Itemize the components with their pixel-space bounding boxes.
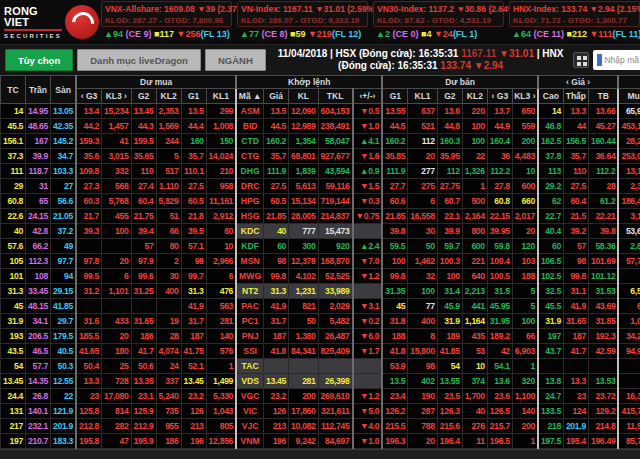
- cell-san: 34.7: [51, 149, 77, 164]
- table-row[interactable]: 105112.397.797.82097.92982,966MSN9812,37…: [1, 254, 640, 269]
- table-row[interactable]: 60.86556.660.35,76860.45,82960.511,161HP…: [1, 194, 640, 209]
- cell-chg: ▲0.9: [353, 164, 383, 179]
- cell-tb: 192.3: [588, 329, 618, 344]
- tab-ngành[interactable]: NGÀNH: [205, 49, 266, 71]
- cell-bg1: 23.2: [181, 389, 206, 404]
- cell-sg1: 23.4: [382, 389, 408, 404]
- table-row[interactable]: 13.4514.3512.5513.372813.3533713.451,499…: [1, 374, 640, 389]
- table-row[interactable]: 111118.7103.3109.8332110517110.1210DHG11…: [1, 164, 640, 179]
- col-header-skl2[interactable]: KL2: [462, 89, 487, 104]
- cell-nn-mua: 85,728: [618, 434, 640, 449]
- table-row[interactable]: 43.546.540.541.6518041.74,07441.75576SSI…: [1, 344, 640, 359]
- ticker-symbol-cell[interactable]: HSG: [236, 209, 263, 224]
- group-header[interactable]: ‹ Giá ›: [538, 76, 619, 89]
- ticker-symbol-cell[interactable]: PNJ: [236, 329, 263, 344]
- col-header-skl1[interactable]: KL1: [408, 89, 438, 104]
- ticker-symbol-cell[interactable]: VGC: [236, 389, 263, 404]
- symbol-search-box: +: [593, 50, 640, 70]
- ticker-symbol-cell[interactable]: MSN: [236, 254, 263, 269]
- ticker-symbol-cell[interactable]: DHG: [236, 164, 263, 179]
- table-row[interactable]: 4548.1541.8541.9563PAC41.98212,029▼3.145…: [1, 299, 640, 314]
- ticker-symbol-cell[interactable]: VDS: [236, 374, 263, 389]
- col-header-tb[interactable]: TB: [588, 89, 618, 104]
- table-row[interactable]: 22.624.1521.0521.745521.755121.82,912HSG…: [1, 209, 640, 224]
- table-row[interactable]: 131140.1121.9125.8814125.97351261,043VIC…: [1, 404, 640, 419]
- group-header[interactable]: Khớp lệnh: [236, 76, 382, 89]
- col-header-skl3[interactable]: KL3 ›: [512, 89, 538, 104]
- col-header-bg2[interactable]: G2: [131, 89, 156, 104]
- hnx-label: | HNX: [537, 48, 564, 59]
- col-header-nn-mua[interactable]: Mua: [618, 89, 640, 104]
- col-header-sg2[interactable]: G2: [437, 89, 462, 104]
- search-input[interactable]: [604, 55, 640, 65]
- ticker-symbol-cell[interactable]: VJC: [236, 419, 263, 434]
- ticker-symbol-cell[interactable]: KDF: [236, 239, 263, 254]
- cell-bkl3: 728: [102, 374, 132, 389]
- cell-chg: [353, 224, 383, 239]
- table-row[interactable]: 24.426.8222317,08023.15,24023.25,330VGC2…: [1, 389, 640, 404]
- col-header-bkl3[interactable]: KL3 ›: [102, 89, 132, 104]
- ticker-symbol-cell[interactable]: VNM: [236, 434, 263, 449]
- col-header-bg1[interactable]: G1: [181, 89, 206, 104]
- col-header-bg3[interactable]: ‹ G3: [76, 89, 102, 104]
- col-header-cao[interactable]: Cao: [538, 89, 564, 104]
- table-row[interactable]: 1011089499.5699.63099.76MWG99.84,10252,5…: [1, 269, 640, 284]
- col-header-thap[interactable]: Thấp: [563, 89, 588, 104]
- col-header-gia[interactable]: Giá: [264, 89, 289, 104]
- table-row[interactable]: 197210.7183.3195.847195.918619612,856VNM…: [1, 434, 640, 449]
- cell-sg3: 39.95: [487, 224, 512, 239]
- ticker-symbol-cell[interactable]: PC1: [236, 314, 263, 329]
- table-row[interactable]: 57.666.249578057.110KDF60300920▲2.459.55…: [1, 239, 640, 254]
- ticker-symbol-cell[interactable]: CTG: [236, 149, 263, 164]
- layout-grid-icon[interactable]: [573, 52, 589, 68]
- ticker-symbol-cell[interactable]: VIC: [236, 404, 263, 419]
- group-header[interactable]: Dư mua: [76, 76, 236, 89]
- col-header-kl[interactable]: KL: [289, 89, 319, 104]
- col-header-sg1[interactable]: G1: [382, 89, 408, 104]
- col-header-chg[interactable]: ‹+/-›: [353, 89, 383, 104]
- col-header-sg3[interactable]: ‹ G3: [487, 89, 512, 104]
- ticker-symbol-cell[interactable]: HPG: [236, 194, 263, 209]
- ticker-symbol-cell[interactable]: MWG: [236, 269, 263, 284]
- table-row[interactable]: 31.333.4529.1531.21,10131.2540031.3476NT…: [1, 284, 640, 299]
- cell-kl: 4,102: [289, 269, 319, 284]
- table-row[interactable]: 4042.837.239.310039.46639.560KDC4077715,…: [1, 224, 640, 239]
- ticker-symbol-cell[interactable]: PAC: [236, 299, 263, 314]
- tab-danh-mục-livedragon[interactable]: Danh mục liveDragon: [77, 49, 201, 71]
- cell-chg: ▼6.0: [353, 329, 383, 344]
- col-header-tc[interactable]: TC: [1, 76, 26, 104]
- col-header-bkl1[interactable]: KL1: [206, 89, 236, 104]
- ticker-symbol-cell[interactable]: CTD: [236, 134, 263, 149]
- col-header-bkl2[interactable]: KL2: [156, 89, 181, 104]
- group-header[interactable]: Dư bán: [382, 76, 538, 89]
- ticker-symbol-cell[interactable]: KDC: [236, 224, 263, 239]
- cell-tc: 45: [1, 299, 26, 314]
- col-header-tkl[interactable]: TKL: [318, 89, 352, 104]
- col-header-san[interactable]: Sàn: [51, 76, 77, 104]
- ticker-symbol-cell[interactable]: BID: [236, 119, 263, 134]
- table-row[interactable]: 29312727.356827.41,11027.5958DRC27.55,61…: [1, 179, 640, 194]
- table-row[interactable]: 193206.5179.5185.52018628187140PNJ1871,3…: [1, 329, 640, 344]
- col-header-ma[interactable]: Mã ▲: [236, 89, 263, 104]
- cell-bg1: 110.1: [181, 164, 206, 179]
- cell-nn-mua: 57,733: [618, 254, 640, 269]
- group-header[interactable]: ‹ NĐTNN: [618, 76, 640, 89]
- cell-skl2: 22: [462, 149, 487, 164]
- bottom-scrollbar[interactable]: [0, 449, 640, 459]
- table-row[interactable]: 217232.1201.9212.8282212.9955213805VJC21…: [1, 419, 640, 434]
- table-row[interactable]: 156.1167145.2159.341159.5244160150CTD160…: [1, 134, 640, 149]
- ticker-symbol-cell[interactable]: SSI: [236, 344, 263, 359]
- table-row[interactable]: 37.339.934.735.63,01535.65535.714,024CTG…: [1, 149, 640, 164]
- col-header-tran[interactable]: Trần: [26, 76, 51, 104]
- ticker-symbol-cell[interactable]: ASM: [236, 104, 263, 119]
- ticker-symbol-cell[interactable]: TAC: [236, 359, 263, 374]
- ticker-symbol-cell[interactable]: NT2: [236, 284, 263, 299]
- table-row[interactable]: 45.548.6542.3544.21,45744.31,56944.41,00…: [1, 119, 640, 134]
- ticker-symbol-cell[interactable]: DRC: [236, 179, 263, 194]
- table-row[interactable]: 1414.9513.0513.415,23413.452,35313.5299A…: [1, 104, 640, 119]
- cell-skl2: 435: [462, 329, 487, 344]
- table-row[interactable]: 31.934.129.731.643331.651931.7281PC131.7…: [1, 314, 640, 329]
- table-row[interactable]: 5457.750.350.42550.62452.11TAC53.9985410…: [1, 359, 640, 374]
- tab-tùy-chọn[interactable]: Tùy chọn: [5, 49, 73, 71]
- cell-gia: 41.9: [264, 299, 289, 314]
